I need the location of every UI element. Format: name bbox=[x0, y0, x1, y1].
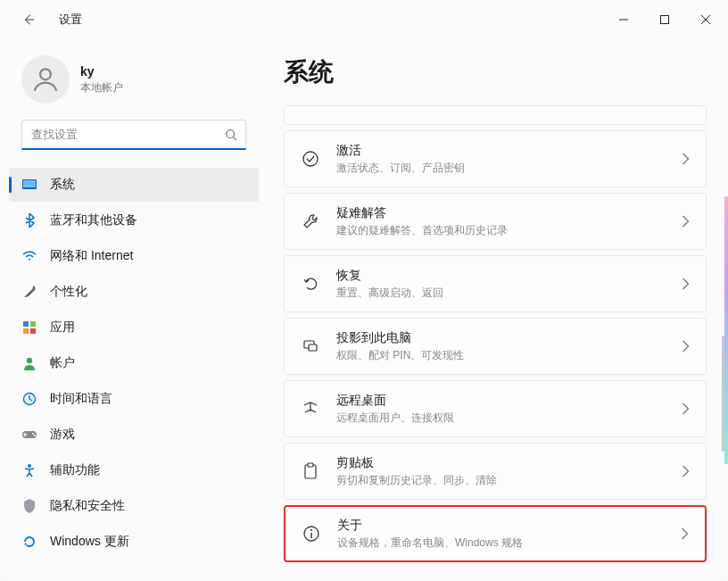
nav-gaming[interactable]: 游戏 bbox=[9, 418, 259, 452]
nav-label: 时间和语言 bbox=[50, 391, 112, 407]
svg-rect-17 bbox=[309, 344, 317, 351]
nav-apps[interactable]: 应用 bbox=[9, 311, 259, 344]
accessibility-icon bbox=[21, 462, 37, 478]
back-button[interactable] bbox=[16, 7, 41, 32]
svg-point-12 bbox=[32, 433, 34, 435]
nav-time[interactable]: 时间和语言 bbox=[9, 382, 259, 416]
bluetooth-icon bbox=[21, 212, 37, 228]
chevron-right-icon bbox=[682, 278, 690, 290]
nav-label: Windows 更新 bbox=[50, 534, 129, 550]
svg-point-15 bbox=[303, 152, 318, 166]
svg-point-1 bbox=[40, 69, 51, 79]
card-title: 剪贴板 bbox=[336, 455, 666, 471]
svg-point-14 bbox=[28, 464, 31, 468]
nav-label: 帐户 bbox=[50, 355, 75, 371]
svg-rect-7 bbox=[23, 328, 29, 334]
close-button[interactable] bbox=[685, 6, 726, 33]
svg-rect-8 bbox=[30, 328, 36, 334]
svg-point-21 bbox=[310, 529, 312, 531]
svg-rect-4 bbox=[23, 180, 36, 187]
card-title: 激活 bbox=[336, 143, 666, 159]
nav-accessibility[interactable]: 辅助功能 bbox=[9, 453, 259, 487]
clock-globe-icon bbox=[21, 391, 37, 407]
svg-point-13 bbox=[34, 435, 36, 436]
chevron-right-icon bbox=[682, 403, 690, 415]
nav-system[interactable]: 系统 bbox=[9, 168, 259, 202]
card-title: 恢复 bbox=[336, 268, 666, 284]
maximize-button[interactable] bbox=[644, 6, 685, 33]
avatar-icon bbox=[21, 55, 70, 104]
nav-bluetooth[interactable]: 蓝牙和其他设备 bbox=[9, 203, 259, 237]
nav-accounts[interactable]: 帐户 bbox=[9, 346, 259, 380]
profile-block[interactable]: ky 本地帐户 bbox=[0, 43, 268, 120]
nav-label: 网络和 Internet bbox=[50, 248, 133, 264]
card-troubleshoot[interactable]: 疑难解答 建议的疑难解答、首选项和历史记录 bbox=[284, 193, 707, 250]
nav-label: 个性化 bbox=[50, 284, 87, 300]
profile-name: ky bbox=[80, 64, 123, 79]
shield-icon bbox=[21, 498, 37, 514]
check-circle-icon bbox=[301, 149, 320, 169]
svg-rect-6 bbox=[30, 321, 36, 327]
wifi-icon bbox=[21, 248, 37, 264]
nav-label: 隐私和安全性 bbox=[50, 498, 125, 514]
nav-label: 游戏 bbox=[50, 427, 75, 443]
page-title: 系统 bbox=[277, 55, 712, 89]
card-recovery[interactable]: 恢复 重置、高级启动、返回 bbox=[284, 255, 707, 312]
brush-icon bbox=[21, 284, 37, 300]
chevron-right-icon bbox=[682, 465, 690, 477]
card-subtitle: 剪切和复制历史记录、同步、清除 bbox=[336, 473, 666, 488]
svg-rect-0 bbox=[661, 16, 669, 24]
project-icon bbox=[301, 336, 320, 356]
profile-subtitle: 本地帐户 bbox=[80, 80, 123, 95]
card-clipboard[interactable]: 剪贴板 剪切和复制历史记录、同步、清除 bbox=[284, 443, 707, 500]
card-about[interactable]: 关于 设备规格，重命名电脑、Windows 规格 bbox=[284, 505, 707, 562]
card-subtitle: 重置、高级启动、返回 bbox=[336, 286, 666, 301]
card-title: 投影到此电脑 bbox=[336, 330, 666, 346]
card-subtitle: 设备规格，重命名电脑、Windows 规格 bbox=[337, 535, 665, 551]
nav-personalize[interactable]: 个性化 bbox=[9, 275, 259, 309]
card-title: 疑难解答 bbox=[336, 205, 666, 221]
svg-rect-19 bbox=[308, 463, 313, 467]
card-activation[interactable]: 激活 激活状态、订阅、产品密钥 bbox=[284, 130, 707, 187]
search-icon bbox=[225, 129, 237, 141]
nav-network[interactable]: 网络和 Internet bbox=[9, 239, 259, 273]
minimize-button[interactable] bbox=[603, 6, 644, 33]
clipboard-icon bbox=[301, 461, 320, 481]
card-remote[interactable]: 远程桌面 远程桌面用户、连接权限 bbox=[284, 380, 707, 437]
card-partial-previous[interactable] bbox=[284, 105, 707, 125]
svg-rect-5 bbox=[23, 321, 29, 327]
card-project[interactable]: 投影到此电脑 权限、配对 PIN、可发现性 bbox=[284, 318, 707, 375]
nav-privacy[interactable]: 隐私和安全性 bbox=[9, 489, 259, 523]
svg-point-2 bbox=[227, 130, 235, 138]
nav-label: 应用 bbox=[50, 320, 75, 336]
desktop-edge-decoration bbox=[724, 196, 728, 464]
card-subtitle: 权限、配对 PIN、可发现性 bbox=[336, 348, 666, 363]
svg-point-9 bbox=[27, 358, 32, 363]
chevron-right-icon bbox=[681, 527, 689, 540]
apps-icon bbox=[21, 320, 37, 336]
app-title: 设置 bbox=[59, 12, 82, 28]
card-title: 远程桌面 bbox=[336, 393, 666, 409]
search-input[interactable] bbox=[21, 120, 246, 150]
info-icon bbox=[302, 524, 321, 544]
chevron-right-icon bbox=[682, 153, 690, 165]
recovery-icon bbox=[301, 274, 320, 294]
chevron-right-icon bbox=[682, 340, 690, 353]
chevron-right-icon bbox=[682, 215, 690, 228]
update-icon bbox=[21, 534, 37, 550]
nav-label: 系统 bbox=[50, 177, 75, 193]
account-icon bbox=[21, 355, 37, 371]
card-subtitle: 远程桌面用户、连接权限 bbox=[336, 411, 666, 426]
nav-update[interactable]: Windows 更新 bbox=[9, 525, 259, 559]
card-subtitle: 建议的疑难解答、首选项和历史记录 bbox=[336, 223, 666, 238]
nav-label: 辅助功能 bbox=[50, 462, 100, 478]
card-title: 关于 bbox=[337, 518, 665, 534]
card-subtitle: 激活状态、订阅、产品密钥 bbox=[336, 161, 666, 176]
gamepad-icon bbox=[21, 427, 37, 443]
nav-label: 蓝牙和其他设备 bbox=[50, 212, 137, 228]
wrench-icon bbox=[301, 212, 320, 231]
remote-desktop-icon bbox=[301, 399, 320, 419]
system-icon bbox=[21, 177, 37, 193]
